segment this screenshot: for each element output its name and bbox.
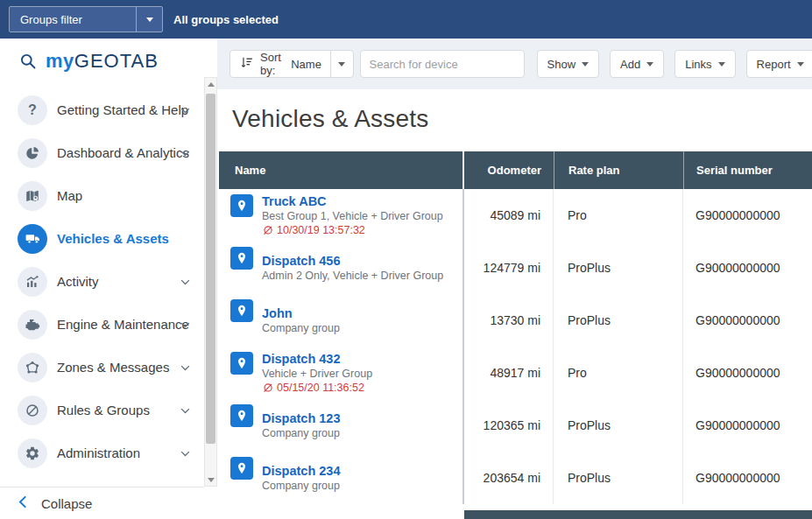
vehicles-table: Name Odometer Rate plan Serial number Tr… [219,151,812,504]
serial-number-cell: G90000000000 [683,347,812,399]
bottom-table-header-strip [464,510,812,519]
last-communication-text: 05/15/20 11:36:52 [277,381,364,395]
vehicle-groups: Company group [262,479,340,493]
location-pin-icon [230,299,253,322]
table-header: Name Odometer Rate plan Serial number [219,151,812,189]
table-row[interactable]: Dispatch 123 Company group 120365 mi Pro… [219,399,812,452]
no-communication-icon [262,382,273,394]
chevron-down-icon [179,318,192,331]
column-header-odometer: Odometer [464,151,554,189]
vehicle-name-link[interactable]: Dispatch 234 [262,463,340,479]
gear-icon [18,438,47,468]
links-button-label: Links [685,58,711,71]
sidebar-item-rules-groups[interactable]: Rules & Groups [0,389,204,431]
sidebar-item-label: Activity [57,274,99,289]
serial-number-cell: G90000000000 [683,189,812,242]
rate-plan-cell: Pro [554,189,683,242]
location-pin-icon [230,247,253,270]
sidebar-item-label: Engine & Maintenance [57,317,189,332]
vehicle-groups: Best Group 1, Vehicle + Driver Group [262,209,443,223]
rate-plan-cell: ProPlus [554,294,683,347]
sidebar-item-administration[interactable]: Administration [0,431,204,474]
rules-icon [18,396,47,425]
main-content: Sort by: Name Show Add Links Report [217,39,812,519]
sort-by-label: Sort by: [260,51,285,77]
chevron-down-icon [338,62,345,67]
location-pin-icon [230,404,253,427]
activity-chart-icon [18,267,47,297]
sidebar-item-activity[interactable]: Activity [0,260,204,303]
sort-by-control[interactable]: Sort by: Name [229,50,354,78]
sidebar-item-dashboard[interactable]: Dashboard & Analytics [0,131,204,174]
sidebar-nav: ? Getting Started & Help Dashboard & Ana… [0,83,204,474]
chevron-down-icon [179,361,192,374]
chevron-down-icon [179,146,192,159]
no-communication-icon [262,225,273,236]
help-icon: ? [18,95,47,125]
logo-my: my [46,50,74,72]
last-communication: 10/30/19 13:57:32 [262,223,443,237]
sort-caret[interactable] [330,51,353,77]
groups-filter-caret[interactable] [136,7,162,32]
page-title: Vehicles & Assets [232,105,812,133]
sidebar-item-label: Administration [57,445,140,460]
vehicle-name-link[interactable]: John [262,305,340,321]
report-button[interactable]: Report [746,50,812,78]
rate-plan-cell: ProPlus [554,399,683,452]
vehicle-groups: Company group [262,321,340,335]
odometer-cell: 203654 mi [464,452,554,504]
sidebar-item-label: Dashboard & Analytics [57,145,189,160]
sidebar-item-engine-maintenance[interactable]: Engine & Maintenance [0,303,204,346]
chevron-down-icon [582,62,589,67]
odometer-cell: 45089 mi [464,189,554,242]
location-pin-icon [230,457,253,480]
vehicle-name-link[interactable]: Dispatch 456 [262,253,443,269]
map-icon [18,181,47,211]
add-button-label: Add [620,58,640,71]
vehicle-name-link[interactable]: Truck ABC [262,193,443,209]
logo-row: myGEOTAB [0,39,204,83]
sidebar-item-zones-messages[interactable]: Zones & Messages [0,346,204,389]
groups-selection-summary: All groups selected [173,13,279,26]
sidebar-item-map[interactable]: Map [0,174,204,217]
groups-filter-dropdown[interactable]: Groups filter [9,6,163,32]
scroll-down-arrow[interactable] [205,473,216,486]
logo-geotab: GEOTAB [74,50,159,72]
name-cell: John Company group [219,294,464,347]
sidebar-item-label: Map [57,188,82,203]
sidebar-item-getting-started[interactable]: ? Getting Started & Help [0,88,204,131]
vehicle-name-link[interactable]: Dispatch 432 [262,351,372,367]
vehicle-groups: Admin 2 Only, Vehicle + Driver Group [262,269,443,283]
sidebar-item-label: Getting Started & Help [57,102,188,117]
mygeotab-app: Groups filter All groups selected myGEOT… [0,0,812,519]
truck-icon [18,224,47,254]
table-row[interactable]: Dispatch 432 Vehicle + Driver Group 05/1… [219,347,812,399]
engine-icon [18,310,47,340]
sidebar-item-vehicles-assets[interactable]: Vehicles & Assets [0,217,204,260]
serial-number-cell: G90000000000 [683,242,812,294]
show-button[interactable]: Show [537,50,600,78]
links-button[interactable]: Links [674,50,735,78]
chevron-down-icon [146,18,153,22]
table-row[interactable]: Dispatch 234 Company group 203654 mi Pro… [219,452,812,504]
collapse-label: Collapse [41,496,92,511]
search-icon[interactable] [19,53,37,70]
vehicle-name-link[interactable]: Dispatch 123 [262,410,340,426]
add-button[interactable]: Add [610,50,664,78]
scroll-up-arrow[interactable] [205,78,216,90]
column-header-name: Name [219,151,464,189]
sidebar-item-label: Vehicles & Assets [57,231,169,246]
chevron-down-icon [646,62,653,67]
table-row[interactable]: John Company group 13730 mi ProPlus G900… [219,294,812,347]
table-row[interactable]: Truck ABC Best Group 1, Vehicle + Driver… [219,189,812,242]
table-row[interactable]: Dispatch 456 Admin 2 Only, Vehicle + Dri… [219,242,812,294]
odometer-cell: 13730 mi [464,294,554,347]
chevron-down-icon [179,103,192,116]
sidebar: myGEOTAB ? Getting Started & Help Dashbo… [0,39,204,519]
collapse-sidebar-button[interactable]: Collapse [0,487,204,519]
search-device-input[interactable] [360,50,525,78]
odometer-cell: 120365 mi [464,399,554,452]
chevron-down-icon [797,62,804,67]
scrollbar-thumb[interactable] [206,94,215,444]
sidebar-scrollbar[interactable] [204,77,217,487]
